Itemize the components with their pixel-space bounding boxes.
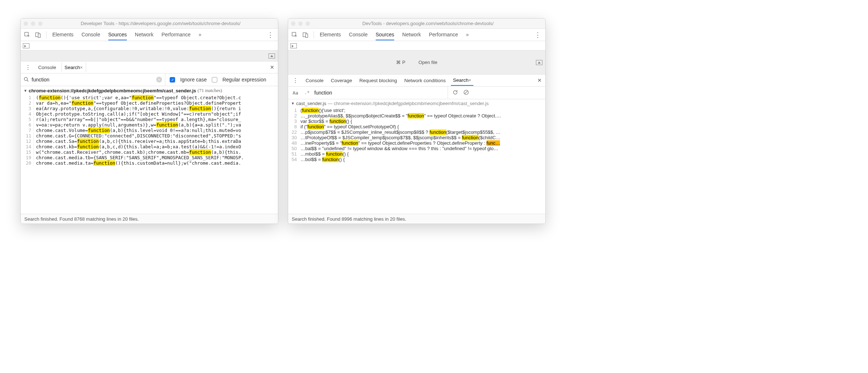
tab-network[interactable]: Network	[135, 29, 153, 40]
file-header[interactable]: ▼ chrome-extension://pkedcjkdefgpdelpbcm…	[21, 86, 278, 95]
clear-results-icon[interactable]	[463, 89, 469, 96]
divider	[314, 31, 314, 39]
file-url: — chrome-extension://pkedcjkdefgpdelpbcm…	[328, 101, 489, 106]
result-line[interactable]: 3var $ctor$$ = function() {	[288, 119, 545, 124]
drawer-tab-network-conditions[interactable]: Network conditions	[402, 76, 448, 85]
result-line[interactable]: 15w("chrome.cast.Receiver",chrome.cast.k…	[21, 149, 278, 155]
result-line[interactable]: 12chrome.cast.Sa=function(a,b,c){this.re…	[21, 139, 278, 144]
line-code: …bol$$ = function() {	[298, 157, 545, 162]
tab-sources[interactable]: Sources	[376, 29, 394, 40]
navigator-toggle-icon[interactable]	[23, 43, 29, 48]
tab-network[interactable]: Network	[402, 29, 421, 40]
zoom-dot[interactable]	[306, 21, 310, 26]
disclosure-triangle-icon[interactable]: ▼	[24, 89, 27, 93]
tabs-overflow-icon[interactable]: »	[466, 29, 469, 40]
line-number: 12	[21, 139, 34, 144]
device-mode-icon[interactable]	[34, 31, 43, 39]
line-number: 2	[288, 113, 298, 119]
tab-elements[interactable]: Elements	[52, 29, 73, 40]
result-line[interactable]: 3ea(Array.prototype,a,{configurable:!0,w…	[21, 106, 278, 111]
file-name: cast_sender.js	[296, 101, 326, 106]
kebab-menu-icon[interactable]: ⋮	[532, 31, 543, 39]
tab-performance[interactable]: Performance	[429, 29, 458, 40]
divider	[46, 31, 47, 39]
result-line[interactable]: 6v=oa:v=pa;return v.apply(null,arguments…	[21, 122, 278, 128]
line-number: 50	[288, 146, 298, 151]
editor-placeholder: ⌘ P Open file	[288, 51, 545, 75]
result-line[interactable]: 7chrome.cast.Volume=function(a,b){this.l…	[21, 128, 278, 133]
result-line[interactable]: 2…_prototypeAlias$$, $$jscomp$objectCrea…	[288, 113, 545, 119]
result-line[interactable]: 1(function(){'use strict';var e,aa="func…	[21, 95, 278, 100]
tab-console[interactable]: Console	[349, 29, 367, 40]
tabs-overflow-icon[interactable]: »	[199, 29, 202, 40]
line-code: chrome.cast.kb=function(a,b,c,d){this.la…	[34, 144, 278, 149]
result-line[interactable]: 22…p$jscomp$7$$ = $JSCompiler_inline_res…	[288, 129, 545, 135]
result-line[interactable]: 1(function(){'use strict';	[288, 108, 545, 113]
result-line[interactable]: 14chrome.cast.kb=function(a,b,c,d){this.…	[21, 144, 278, 149]
traffic-lights	[291, 21, 310, 26]
regex-checkbox[interactable]	[212, 77, 217, 83]
drawer-tab-search[interactable]: Search ×	[451, 75, 473, 86]
line-number: 6	[21, 122, 34, 128]
refresh-icon[interactable]	[452, 89, 458, 96]
line-number: 2	[21, 100, 34, 106]
search-input[interactable]	[314, 90, 445, 96]
result-line[interactable]: 11chrome.cast.G={CONNECTED:"connected",D…	[21, 133, 278, 139]
minimize-dot[interactable]	[31, 21, 35, 26]
navigator-toggle-icon[interactable]	[290, 43, 297, 48]
close-dot[interactable]	[291, 21, 295, 26]
drawer-tab-coverage[interactable]: Coverage	[329, 76, 355, 85]
match-case-icon[interactable]: Aa	[291, 88, 300, 97]
drawer-menu-icon[interactable]: ⋮	[23, 64, 33, 71]
inspect-element-icon[interactable]	[23, 31, 32, 39]
clear-icon[interactable]: ×	[156, 77, 162, 83]
line-number: 7	[21, 128, 34, 133]
minimize-dot[interactable]	[298, 21, 303, 26]
drawer-menu-icon[interactable]: ⋮	[290, 77, 300, 84]
result-line[interactable]: 50…bal$$ = "undefined" != typeof window …	[288, 146, 545, 151]
ignore-case-checkbox[interactable]: ✓	[170, 77, 175, 83]
drawer-tab-request-blocking[interactable]: Request blocking	[357, 76, 399, 85]
tab-sources[interactable]: Sources	[108, 29, 127, 40]
result-line[interactable]: 48…ineProperty$$ = "function" == typeof …	[288, 140, 545, 146]
zoom-dot[interactable]	[38, 21, 43, 26]
result-lines-left: 1(function(){'use strict';var e,aa="func…	[21, 95, 278, 166]
drawer-tab-search[interactable]: Search ×	[61, 63, 86, 72]
result-line[interactable]: 51…mbol$$ = function() {	[288, 151, 545, 157]
result-line[interactable]: 4Object.prototype.toString.call(a);if("[…	[21, 111, 278, 117]
result-line[interactable]: 54…bol$$ = function() {	[288, 157, 545, 162]
search-options: ✓ Ignore case Regular expression	[165, 77, 271, 83]
inspect-element-icon[interactable]	[290, 31, 299, 39]
window-title: DevTools - developers.google.com/web/too…	[314, 21, 542, 26]
tab-console[interactable]: Console	[81, 29, 100, 40]
debugger-toggle-icon[interactable]	[536, 60, 542, 65]
drawer-close-icon[interactable]: ✕	[536, 77, 543, 83]
search-input[interactable]	[32, 77, 153, 83]
result-line[interactable]: 20chrome.cast.media.ta=function(){this.c…	[21, 160, 278, 166]
drawer-close-icon[interactable]: ✕	[269, 64, 276, 70]
result-line[interactable]: 30…tPrototypeOf$$ = $JSCompiler_temp$jsc…	[288, 135, 545, 140]
debugger-toggle-icon[interactable]	[269, 53, 275, 59]
close-icon[interactable]: ×	[80, 65, 83, 70]
device-mode-icon[interactable]	[301, 31, 310, 39]
result-line[interactable]: 8if ("function" == typeof Object.setProt…	[288, 124, 545, 129]
result-line[interactable]: 2var da=h,ea="function"==typeof Object.d…	[21, 100, 278, 106]
drawer-tab-console[interactable]: Console	[303, 76, 326, 85]
titlebar: Developer Tools - https://developers.goo…	[21, 19, 278, 29]
kebab-menu-icon[interactable]: ⋮	[265, 31, 276, 39]
result-line[interactable]: 5r(a);return"array"==b||"object"==b&&"nu…	[21, 117, 278, 122]
disclosure-triangle-icon[interactable]: ▼	[291, 101, 295, 105]
line-number: 3	[21, 106, 34, 111]
close-icon[interactable]: ×	[468, 77, 471, 83]
tab-elements[interactable]: Elements	[320, 29, 341, 40]
regex-icon[interactable]: .*	[303, 88, 311, 97]
tab-performance[interactable]: Performance	[161, 29, 190, 40]
result-line[interactable]: 19chrome.cast.media.tb={SANS_SERIF:"SANS…	[21, 155, 278, 160]
drawer-tab-console[interactable]: Console	[36, 63, 58, 72]
match-count: (71 matches)	[198, 88, 222, 93]
file-header[interactable]: ▼ cast_sender.js — chrome-extension://pk…	[288, 99, 545, 108]
main-toolbar: Elements Console Sources Network Perform…	[288, 29, 545, 41]
close-dot[interactable]	[24, 21, 28, 26]
line-number: 1	[288, 108, 298, 113]
svg-line-9	[465, 91, 468, 94]
